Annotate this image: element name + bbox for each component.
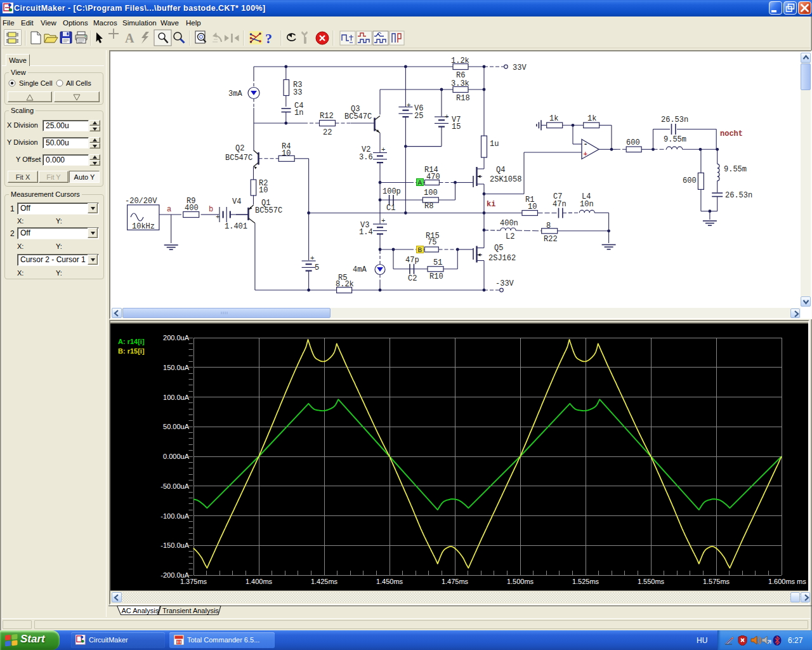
svg-text:+: + — [445, 113, 449, 121]
svg-text:1.2k: 1.2k — [451, 56, 469, 65]
svg-text:b: b — [209, 205, 213, 214]
svg-text:A: A — [125, 31, 134, 45]
svg-text:2SJ162: 2SJ162 — [488, 254, 516, 263]
svg-text:1.475ms: 1.475ms — [442, 578, 469, 585]
svg-text:3.3k: 3.3k — [451, 79, 469, 88]
svg-text:A: A — [418, 179, 422, 187]
svg-text:V4: V4 — [232, 197, 241, 206]
svg-text:+: + — [407, 102, 411, 109]
svg-text:L2: L2 — [506, 232, 514, 241]
svg-text:-33V: -33V — [495, 279, 514, 288]
svg-text:33V: 33V — [513, 63, 527, 72]
svg-text:47n: 47n — [553, 200, 566, 209]
svg-text:R6: R6 — [456, 71, 465, 80]
svg-text:ki: ki — [487, 200, 495, 209]
svg-text:10n: 10n — [580, 200, 594, 209]
svg-text:-: - — [584, 140, 588, 149]
svg-text:26.53n: 26.53n — [661, 116, 688, 124]
svg-text:1.400ms: 1.400ms — [246, 578, 273, 585]
svg-text:100p: 100p — [383, 187, 401, 196]
svg-text:1u: 1u — [490, 140, 499, 149]
svg-text:26.53n: 26.53n — [725, 191, 752, 200]
svg-text:a: a — [167, 205, 171, 214]
svg-text:Q4: Q4 — [496, 166, 505, 175]
svg-text:10: 10 — [528, 202, 537, 211]
svg-text:AC Analysis: AC Analysis — [122, 607, 159, 614]
svg-text:600: 600 — [683, 176, 697, 185]
svg-text:1.4: 1.4 — [359, 228, 373, 237]
svg-text:3.6: 3.6 — [359, 153, 373, 162]
svg-text:BC547C: BC547C — [344, 112, 372, 121]
svg-text:+: + — [584, 150, 588, 158]
svg-text:0.000uA: 0.000uA — [163, 453, 190, 460]
svg-text:150.0uA: 150.0uA — [163, 364, 190, 371]
svg-text:4mA: 4mA — [353, 265, 367, 274]
svg-text:BC547C: BC547C — [225, 154, 252, 162]
svg-text:1.600ms: 1.600ms — [768, 578, 796, 585]
svg-text:Q2: Q2 — [235, 144, 244, 153]
svg-text:1.401: 1.401 — [225, 222, 247, 231]
svg-text:1n: 1n — [294, 109, 303, 117]
svg-text:R12: R12 — [320, 112, 334, 121]
svg-text:+: + — [310, 255, 315, 262]
svg-text:400: 400 — [185, 204, 199, 213]
svg-text:+: + — [381, 217, 386, 225]
svg-text:8.2k: 8.2k — [336, 280, 354, 289]
svg-text:C1: C1 — [386, 204, 395, 213]
svg-text:1.575ms: 1.575ms — [703, 578, 730, 585]
svg-text:100: 100 — [424, 189, 438, 197]
svg-text:-150.0uA: -150.0uA — [160, 541, 189, 549]
svg-text:47p: 47p — [405, 256, 419, 265]
svg-text:470: 470 — [426, 173, 440, 182]
svg-text:1.550ms: 1.550ms — [638, 578, 665, 585]
svg-text:9.55m: 9.55m — [724, 165, 747, 174]
svg-text:Q5: Q5 — [494, 244, 503, 253]
svg-text:1.375ms: 1.375ms — [180, 578, 207, 585]
svg-text:B: r15[i]: B: r15[i] — [118, 347, 145, 355]
svg-text:9.55m: 9.55m — [664, 135, 686, 144]
svg-text:10: 10 — [259, 186, 268, 195]
svg-text:10: 10 — [282, 149, 291, 158]
svg-text:R8: R8 — [424, 202, 433, 211]
svg-text:33: 33 — [293, 88, 302, 97]
svg-text:R10: R10 — [429, 272, 443, 281]
svg-text:10kHz: 10kHz — [132, 222, 155, 231]
svg-text:3mA: 3mA — [228, 90, 242, 98]
svg-text:1.500ms: 1.500ms — [507, 578, 534, 585]
svg-text:600: 600 — [626, 138, 640, 147]
svg-text:-20/20V: -20/20V — [125, 197, 157, 206]
svg-text:50.00uA: 50.00uA — [163, 423, 190, 430]
svg-text:A: r14[i]: A: r14[i] — [118, 338, 145, 345]
svg-text:B: B — [418, 246, 422, 254]
svg-text:ms: ms — [797, 578, 806, 585]
svg-text:22: 22 — [323, 128, 332, 137]
svg-text:400n: 400n — [500, 219, 518, 228]
svg-text:R18: R18 — [456, 94, 470, 103]
svg-text:1k: 1k — [549, 114, 558, 123]
svg-text:1.450ms: 1.450ms — [376, 578, 403, 585]
svg-text:1.425ms: 1.425ms — [311, 578, 338, 585]
svg-text:5: 5 — [315, 263, 319, 272]
svg-text:-50.00uA: -50.00uA — [160, 482, 189, 490]
svg-text:75: 75 — [428, 238, 436, 247]
svg-text:8: 8 — [546, 222, 551, 230]
svg-text:C2: C2 — [408, 274, 417, 283]
svg-text:nocht: nocht — [720, 129, 743, 138]
svg-text:R22: R22 — [544, 235, 558, 244]
svg-text:15: 15 — [452, 123, 461, 131]
svg-text:BC557C: BC557C — [255, 206, 282, 215]
svg-text:+: + — [216, 213, 220, 221]
svg-text:1k: 1k — [587, 114, 596, 123]
svg-text:Transient Analysis: Transient Analysis — [162, 607, 219, 614]
svg-text:+: + — [381, 146, 386, 154]
svg-text:200.0uA: 200.0uA — [163, 334, 190, 342]
svg-text:1.525ms: 1.525ms — [572, 578, 599, 585]
svg-text:?: ? — [265, 30, 272, 46]
svg-text:51: 51 — [433, 258, 442, 267]
svg-text:2SK1058: 2SK1058 — [490, 175, 521, 184]
svg-text:25: 25 — [414, 112, 423, 121]
svg-text:-100.0uA: -100.0uA — [160, 512, 189, 520]
svg-text:100.0uA: 100.0uA — [163, 394, 190, 401]
